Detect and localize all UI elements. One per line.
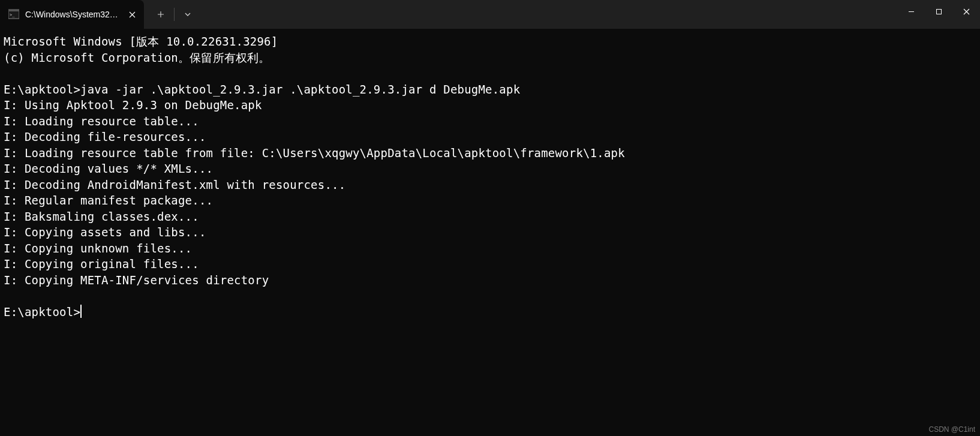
close-button[interactable] — [952, 0, 980, 23]
titlebar: >_ C:\Windows\System32\cmd.e — [0, 0, 980, 29]
window-controls — [897, 0, 980, 23]
tab-close-button[interactable] — [126, 8, 138, 20]
watermark: CSDN @C1int — [928, 425, 975, 434]
tab-actions — [144, 0, 200, 29]
svg-rect-1 — [8, 10, 19, 11]
tab-dropdown-button[interactable] — [177, 4, 199, 25]
tab-divider — [174, 8, 175, 21]
new-tab-button[interactable] — [150, 4, 172, 25]
terminal-output[interactable]: Microsoft Windows [版本 10.0.22631.3296] (… — [0, 29, 980, 324]
svg-rect-3 — [936, 9, 941, 14]
tab-title: C:\Windows\System32\cmd.e — [25, 10, 120, 19]
active-tab[interactable]: >_ C:\Windows\System32\cmd.e — [0, 0, 144, 29]
maximize-button[interactable] — [925, 0, 952, 23]
cmd-icon: >_ — [8, 9, 19, 20]
minimize-button[interactable] — [897, 0, 925, 23]
svg-text:>_: >_ — [10, 13, 15, 17]
